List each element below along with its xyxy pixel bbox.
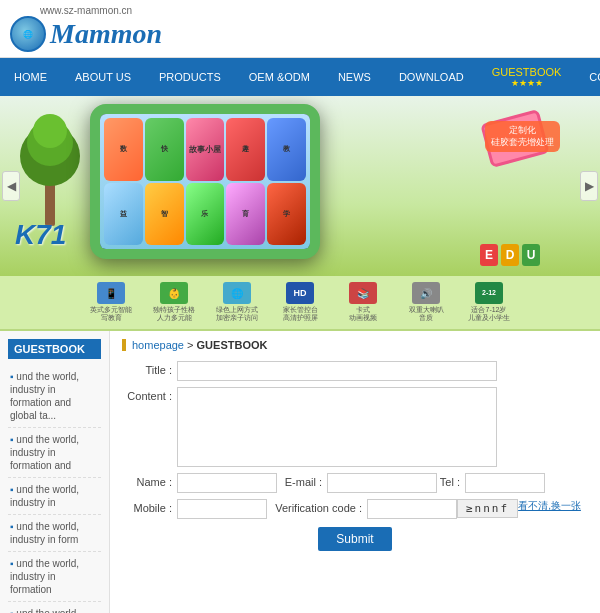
customization-text: 定制化硅胶套壳增处理: [491, 125, 554, 148]
form-mobile-row: Mobile : Verification code : ≥nnnf 看不清,换…: [122, 499, 588, 519]
logo-globe-icon: 🌐: [10, 16, 46, 52]
feature-6: 🔊 双重大喇叭音质: [399, 282, 454, 323]
edu-block: E D U: [480, 244, 540, 266]
edu-d: D: [501, 244, 519, 266]
sidebar-title: GUESTBOOK: [8, 339, 101, 359]
breadcrumb-home[interactable]: homepage: [132, 339, 184, 351]
breadcrumb-current: GUESTBOOK: [197, 339, 268, 351]
nav-news[interactable]: NEWS: [324, 63, 385, 91]
nav-oem[interactable]: OEM &ODM: [235, 63, 324, 91]
content-area: homepage > GUESTBOOK Title : Content : N…: [110, 331, 600, 613]
name-input[interactable]: [177, 473, 277, 493]
app-icon-7: 智: [145, 183, 184, 246]
app-icon-1: 数: [104, 118, 143, 181]
sidebar-item-6[interactable]: und the world, industry in formation and…: [8, 602, 101, 613]
verification-label: Verification code :: [267, 499, 367, 514]
email-label: E-mail :: [277, 473, 327, 488]
app-icon-8: 乐: [186, 183, 225, 246]
hero-tree: [15, 116, 85, 226]
content-label: Content :: [122, 387, 177, 402]
sidebar-item-3[interactable]: und the world, industry in: [8, 478, 101, 515]
tablet-icon: 📱: [97, 282, 125, 304]
nav-guestbook-stars: ★★★★: [511, 78, 543, 88]
captcha-refresh[interactable]: 看不清,换一张: [518, 499, 581, 513]
email-input[interactable]: [327, 473, 437, 493]
hero-prev-button[interactable]: ◀: [2, 171, 20, 201]
feature-7: 2-12 适合7-12岁儿童及小学生: [462, 282, 517, 323]
speaker-icon: 🔊: [412, 282, 440, 304]
feature-3: 🌐 绿色上网方式加密亲子访问: [210, 282, 265, 323]
nav: HOME ABOUT US PRODUCTS OEM &ODM NEWS DOW…: [0, 58, 600, 96]
nav-about[interactable]: ABOUT US: [61, 63, 145, 91]
feature-4: HD 家长管控台高清护照屏: [273, 282, 328, 323]
breadcrumb-sep: >: [184, 339, 197, 351]
form-title-row: Title :: [122, 361, 588, 381]
feature-1-label: 英式多元智能写教育: [90, 306, 132, 323]
feature-5: 📚 卡式动画视频: [336, 282, 391, 323]
feature-7-label: 适合7-12岁儿童及小学生: [468, 306, 510, 323]
main-content: GUESTBOOK und the world, industry in for…: [0, 331, 600, 613]
content-input[interactable]: [177, 387, 497, 467]
tablet-screen: 数 快 故事小屋 趣 教 益 智 乐 育 学: [100, 114, 310, 249]
app-icon-2: 快: [145, 118, 184, 181]
age-icon: 2-12: [475, 282, 503, 304]
sidebar-item-4[interactable]: und the world, industry in form: [8, 515, 101, 552]
features-strip: 📱 英式多元智能写教育 👶 独特孩子性格人力多元能 🌐 绿色上网方式加密亲子访问…: [0, 276, 600, 331]
hero-model-label: K71: [15, 219, 66, 251]
logo-area: www.sz-mammon.cn 🌐 Mammon: [10, 5, 162, 52]
tel-label: Tel :: [437, 473, 465, 488]
form-net-row: Name : E-mail : Tel :: [122, 473, 588, 493]
feature-3-label: 绿色上网方式加密亲子访问: [216, 306, 258, 323]
app-icon-3: 故事小屋: [186, 118, 225, 181]
sidebar-item-1[interactable]: und the world, industry in formation and…: [8, 365, 101, 428]
net-icon: 🌐: [223, 282, 251, 304]
title-label: Title :: [122, 361, 177, 376]
header: www.sz-mammon.cn 🌐 Mammon: [0, 0, 600, 58]
app-icon-4: 趣: [226, 118, 265, 181]
title-input[interactable]: [177, 361, 497, 381]
app-icon-10: 学: [267, 183, 306, 246]
edu-u: U: [522, 244, 540, 266]
feature-5-label: 卡式动画视频: [349, 306, 377, 323]
nav-products[interactable]: PRODUCTS: [145, 63, 235, 91]
nav-home[interactable]: HOME: [0, 63, 61, 91]
guestbook-form: Title : Content : Name : E-mail : Tel :: [122, 361, 588, 551]
tel-input[interactable]: [465, 473, 545, 493]
verification-input[interactable]: [367, 499, 457, 519]
mobile-label: Mobile :: [122, 499, 177, 514]
nav-guestbook[interactable]: GUESTBOOK ★★★★: [478, 58, 576, 96]
feature-6-label: 双重大喇叭音质: [409, 306, 444, 323]
logo-container: 🌐 Mammon: [10, 16, 162, 52]
sidebar-item-5[interactable]: und the world, industry in formation: [8, 552, 101, 602]
logo-url: www.sz-mammon.cn: [10, 5, 162, 16]
hero-banner: 数 快 故事小屋 趣 教 益 智 乐 育 学 定制化硅胶套壳增处理 K71 E …: [0, 96, 600, 276]
logo-text: Mammon: [50, 18, 162, 50]
feature-4-label: 家长管控台高清护照屏: [283, 306, 318, 323]
app-icon-5: 教: [267, 118, 306, 181]
form-content-row: Content :: [122, 387, 588, 467]
edu-e: E: [480, 244, 498, 266]
sidebar-item-2[interactable]: und the world, industry in formation and: [8, 428, 101, 478]
breadcrumb: homepage > GUESTBOOK: [122, 339, 588, 351]
child-icon: 👶: [160, 282, 188, 304]
hero-tablet: 数 快 故事小屋 趣 教 益 智 乐 育 学: [90, 104, 320, 259]
app-icon-9: 育: [226, 183, 265, 246]
feature-2-label: 独特孩子性格人力多元能: [153, 306, 195, 323]
submit-button[interactable]: Submit: [318, 527, 391, 551]
mobile-input[interactable]: [177, 499, 267, 519]
name-label: Name :: [122, 473, 177, 488]
nav-download[interactable]: DOWNLOAD: [385, 63, 478, 91]
nav-contact[interactable]: CONTACT US: [575, 63, 600, 91]
customization-box: 定制化硅胶套壳增处理: [485, 121, 560, 152]
feature-2: 👶 独特孩子性格人力多元能: [147, 282, 202, 323]
hd-icon: HD: [286, 282, 314, 304]
book-icon: 📚: [349, 282, 377, 304]
nav-guestbook-label: GUESTBOOK: [492, 66, 562, 78]
hero-next-button[interactable]: ▶: [580, 171, 598, 201]
sidebar: GUESTBOOK und the world, industry in for…: [0, 331, 110, 613]
feature-1: 📱 英式多元智能写教育: [84, 282, 139, 323]
captcha-image: ≥nnnf: [457, 499, 518, 518]
app-icon-6: 益: [104, 183, 143, 246]
